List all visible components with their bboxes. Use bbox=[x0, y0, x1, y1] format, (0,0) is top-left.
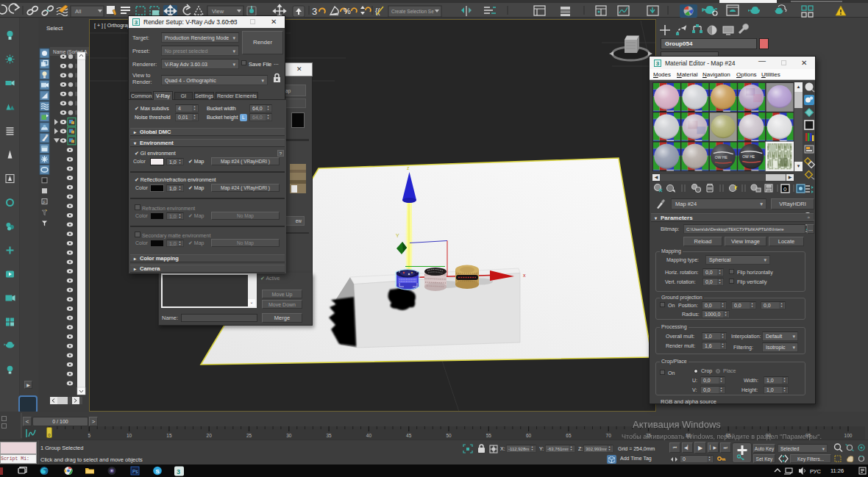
svg-text:3: 3 bbox=[312, 6, 317, 17]
svg-text:Y: Y bbox=[396, 233, 399, 238]
svg-text:30: 30 bbox=[286, 433, 292, 438]
svg-text:z: z bbox=[407, 165, 410, 171]
svg-text:50: 50 bbox=[446, 433, 452, 438]
svg-text:5: 5 bbox=[88, 433, 90, 438]
svg-text:View: View bbox=[212, 8, 224, 15]
svg-text:20: 20 bbox=[207, 433, 213, 438]
svg-text:x: x bbox=[523, 273, 526, 278]
svg-text:15: 15 bbox=[166, 433, 172, 438]
svg-text:F: F bbox=[43, 200, 46, 204]
svg-text:3: 3 bbox=[177, 468, 180, 476]
svg-text:Ps: Ps bbox=[132, 469, 138, 474]
svg-text:All: All bbox=[75, 8, 82, 15]
svg-text:25: 25 bbox=[246, 433, 252, 438]
svg-text:65: 65 bbox=[566, 433, 572, 438]
svg-text:45: 45 bbox=[406, 433, 412, 438]
svg-text:Create Selection Se: Create Selection Se bbox=[391, 9, 434, 14]
svg-text:40: 40 bbox=[366, 433, 372, 438]
svg-text:0: 0 bbox=[783, 186, 787, 193]
svg-text:35: 35 bbox=[326, 433, 332, 438]
svg-text:60: 60 bbox=[526, 433, 532, 438]
svg-text:11:26: 11:26 bbox=[830, 467, 844, 474]
svg-text:70: 70 bbox=[606, 433, 612, 438]
svg-text:55: 55 bbox=[486, 433, 492, 438]
svg-text:%: % bbox=[344, 7, 351, 15]
svg-text:100: 100 bbox=[844, 433, 853, 438]
svg-text:РУС: РУС bbox=[810, 468, 822, 475]
svg-text:S: S bbox=[156, 468, 160, 475]
svg-text:10: 10 bbox=[127, 433, 132, 438]
